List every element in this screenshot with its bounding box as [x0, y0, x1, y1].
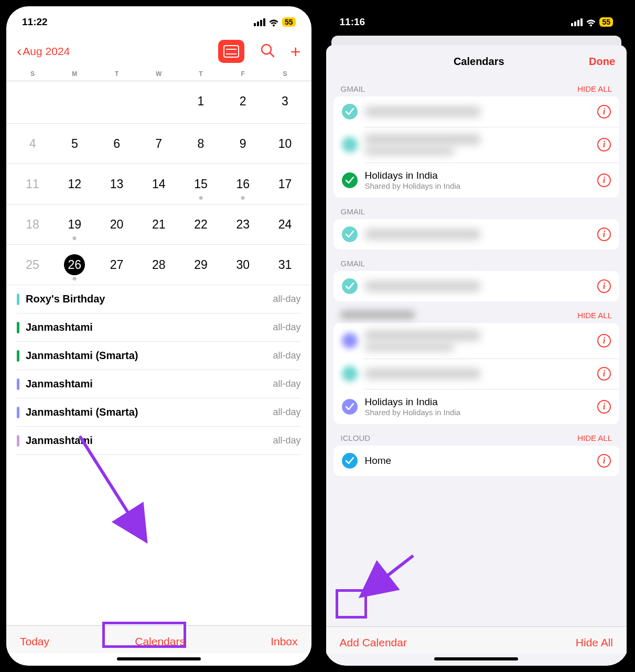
day-cell[interactable]: 19: [53, 214, 95, 235]
event-color-bar: [17, 407, 19, 418]
day-cell[interactable]: 21: [138, 214, 180, 235]
status-bar: 11:22 55: [6, 6, 311, 35]
day-cell[interactable]: 13: [95, 174, 137, 194]
checkbox-icon[interactable]: [342, 399, 358, 415]
calendar-item[interactable]: Holidays in IndiaShared by Holidays in I…: [333, 389, 620, 424]
day-cell[interactable]: 14: [138, 174, 180, 194]
day-cell[interactable]: 9: [222, 133, 264, 154]
calendar-item[interactable]: Homei: [333, 446, 620, 476]
day-cell[interactable]: 2: [222, 91, 264, 114]
day-number: 31: [274, 254, 295, 275]
day-cell[interactable]: 1: [180, 91, 222, 114]
info-button[interactable]: i: [597, 105, 611, 118]
event-row[interactable]: Janmashtamiall-day: [17, 427, 301, 455]
day-cell[interactable]: 10: [264, 133, 306, 154]
calendar-item[interactable]: i: [333, 323, 620, 359]
calendars-sheet: Calendars Done GMAILHIDE ALLiiHolidays i…: [326, 45, 627, 666]
week-row: 11121314151617: [6, 164, 311, 204]
day-cell[interactable]: 23: [222, 214, 264, 235]
home-indicator[interactable]: [434, 657, 518, 660]
day-cell[interactable]: 5: [53, 133, 95, 154]
section-header: GMAILHIDE ALL: [326, 75, 627, 96]
event-row[interactable]: Janmashtamiall-day: [17, 370, 301, 398]
event-title: Janmashtami: [26, 378, 93, 390]
event-row[interactable]: Janmashtami (Smarta)all-day: [17, 342, 301, 370]
add-calendar-button[interactable]: Add Calendar: [340, 636, 407, 649]
calendar-item[interactable]: i: [333, 219, 620, 250]
screen-calendar: 11:22 55 ‹ Aug 2024 + S M T W T: [6, 6, 311, 666]
checkbox-icon[interactable]: [342, 226, 358, 242]
add-event-button[interactable]: +: [290, 42, 301, 60]
calendar-item[interactable]: i: [333, 359, 620, 389]
day-cell[interactable]: 28: [138, 254, 180, 275]
back-button[interactable]: ‹ Aug 2024: [17, 44, 70, 59]
hide-all-link[interactable]: HIDE ALL: [577, 311, 612, 320]
calendar-grid: 1234567891011121314151617181920212223242…: [6, 81, 311, 285]
hide-all-link[interactable]: HIDE ALL: [577, 84, 612, 93]
day-number: 12: [64, 174, 85, 194]
hide-all-button[interactable]: Hide All: [576, 636, 613, 649]
event-time: all-day: [273, 378, 300, 389]
day-cell[interactable]: 24: [264, 214, 306, 235]
day-cell[interactable]: 8: [180, 133, 222, 154]
day-number: 2: [232, 91, 253, 112]
day-number: 24: [274, 214, 295, 235]
day-cell[interactable]: 30: [222, 254, 264, 275]
day-cell[interactable]: 18: [12, 214, 53, 235]
calendar-item[interactable]: i: [333, 96, 620, 127]
event-row[interactable]: Roxy's Birthdayall-day: [17, 285, 301, 313]
day-cell[interactable]: 4: [12, 133, 53, 154]
info-button[interactable]: i: [597, 138, 611, 151]
checkbox-icon[interactable]: [342, 333, 358, 349]
weekday: M: [53, 70, 95, 78]
checkbox-icon[interactable]: [342, 453, 358, 469]
day-cell[interactable]: 29: [180, 254, 222, 275]
day-cell[interactable]: 11: [12, 174, 53, 194]
view-toggle-button[interactable]: [218, 40, 244, 63]
weekday: S: [12, 70, 53, 78]
info-button[interactable]: i: [597, 279, 611, 293]
search-button[interactable]: [260, 43, 275, 60]
info-button[interactable]: i: [597, 174, 611, 187]
checkbox-icon[interactable]: [342, 137, 358, 153]
day-cell[interactable]: 17: [264, 174, 306, 194]
day-cell[interactable]: 7: [138, 133, 180, 154]
checkbox-icon[interactable]: [342, 104, 358, 120]
calendar-name-blurred: [365, 330, 480, 341]
calendar-item[interactable]: i: [333, 271, 620, 301]
info-button[interactable]: i: [597, 400, 611, 414]
info-button[interactable]: i: [597, 454, 611, 468]
day-cell[interactable]: 26: [53, 254, 95, 275]
checkbox-icon[interactable]: [342, 278, 358, 294]
back-label: Aug 2024: [23, 45, 70, 58]
checkbox-icon[interactable]: [342, 366, 358, 382]
status-icons: 55: [571, 17, 613, 27]
event-row[interactable]: Janmashtamiall-day: [17, 313, 301, 342]
calendar-item[interactable]: i: [333, 127, 620, 162]
inbox-button[interactable]: Inbox: [271, 635, 297, 648]
today-button[interactable]: Today: [20, 635, 49, 648]
info-button[interactable]: i: [597, 334, 611, 348]
calendar-sub-blurred: [365, 147, 454, 155]
wifi-icon: [586, 18, 596, 26]
day-cell[interactable]: 20: [95, 214, 137, 235]
home-indicator[interactable]: [117, 657, 201, 660]
day-cell[interactable]: 15: [180, 174, 222, 194]
day-cell[interactable]: 16: [222, 174, 264, 194]
info-button[interactable]: i: [597, 227, 611, 241]
calendar-item[interactable]: Holidays in IndiaShared by Holidays in I…: [333, 162, 620, 198]
hide-all-link[interactable]: HIDE ALL: [577, 433, 612, 442]
checkbox-icon[interactable]: [342, 172, 358, 188]
info-button[interactable]: i: [597, 367, 611, 381]
event-row[interactable]: Janmashtami (Smarta)all-day: [17, 398, 301, 427]
day-cell[interactable]: 22: [180, 214, 222, 235]
calendars-button[interactable]: Calendars: [135, 635, 185, 648]
day-cell[interactable]: 25: [12, 254, 53, 275]
day-cell[interactable]: 12: [53, 174, 95, 194]
day-cell[interactable]: 6: [95, 133, 137, 154]
day-cell[interactable]: 3: [264, 91, 306, 114]
day-cell[interactable]: 27: [95, 254, 137, 275]
done-button[interactable]: Done: [589, 56, 615, 68]
event-time: all-day: [273, 322, 300, 333]
day-cell[interactable]: 31: [264, 254, 306, 275]
